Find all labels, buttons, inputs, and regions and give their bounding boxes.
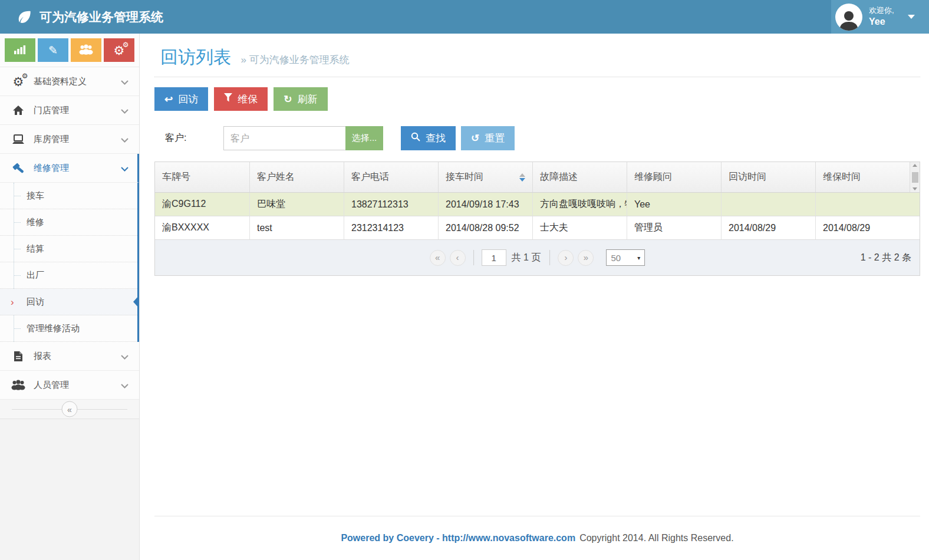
welcome-text: 欢迎你, [869,6,894,15]
reset-button[interactable]: ↺ 重置 [461,126,515,150]
followup-button[interactable]: ↩ 回访 [154,87,208,111]
sidebar-item-repair-mgmt[interactable]: 维修管理 [0,154,139,183]
toolbar: ↩ 回访 维保 ↻ 刷新 [154,87,920,111]
column-header-customer-name[interactable]: 客户姓名 [249,162,344,192]
users-icon [79,44,93,57]
submenu-item-label: 接车 [27,190,44,202]
customer-select-button[interactable]: 选择... [345,126,383,150]
chevron-down-icon [121,77,129,87]
column-header-receive-time[interactable]: 接车时间 [438,162,532,192]
sidebar-item-label: 基础资料定义 [34,76,121,87]
sidebar-item-warehouse[interactable]: 库房管理 [0,125,139,154]
last-page-button[interactable]: » [578,250,594,266]
sidebar-item-stores[interactable]: 门店管理 [0,96,139,125]
first-page-button[interactable]: « [430,250,446,266]
chevron-down-icon [908,15,915,19]
maintenance-button-label: 维保 [238,93,258,106]
range-info: 1 - 2 共 2 条 [861,252,920,264]
users-icon [11,380,26,390]
reset-icon: ↺ [471,133,479,143]
prev-page-button[interactable]: ‹ [450,250,466,266]
pager-separator [549,250,550,265]
column-header-fault-desc[interactable]: 故障描述 [532,162,627,192]
grid-header: 车牌号 客户姓名 客户电话 接车时间 故障描述 维修顾问 回访时间 维保时间 [155,162,920,193]
cell-receive-time: 2014/08/28 09:52 [438,216,532,239]
cell-visit-time: 2014/08/29 [721,216,815,239]
page-size-value: 50 [611,253,621,263]
chevron-down-icon [121,351,129,361]
sidebar-item-label: 库房管理 [34,134,121,145]
cell-customer-phone: 13827112313 [344,193,438,216]
users-tile-button[interactable] [71,38,101,62]
scrollbar-thumb[interactable] [912,172,918,183]
sidebar-item-label: 人员管理 [34,380,121,391]
search-button[interactable]: 查找 [401,126,456,150]
maintenance-button[interactable]: 维保 [214,87,268,111]
sidebar-item-base-data[interactable]: ⚙⚙ 基础资料定义 [0,67,139,96]
breadcrumb-separator: » [241,54,246,65]
reset-button-label: 重置 [485,131,505,145]
cell-customer-phone: 2312314123 [344,216,438,239]
active-marker-icon: › [11,297,14,307]
gavel-icon [11,162,26,174]
home-icon [11,105,26,116]
pencil-icon: ✎ [48,45,58,56]
submenu-item-receive[interactable]: 接车 [0,183,137,209]
scroll-down-icon[interactable] [912,187,917,190]
column-header-warranty-time[interactable]: 维保时间 [815,162,910,192]
leaf-logo-icon [17,9,32,25]
table-row[interactable]: 渝BXXXXX test 2312314123 2014/08/28 09:52… [155,216,920,240]
submenu-item-outgoing[interactable]: 出厂 [0,262,137,289]
submenu-item-repair[interactable]: 维修 [0,209,137,236]
table-row[interactable]: 渝C9G112 巴味堂 13827112313 2014/09/18 17:43… [155,193,920,216]
username: Yee [869,16,894,28]
powered-by-link[interactable]: Powered by Coevery - http://www.novasoft… [341,533,575,543]
column-header-plate[interactable]: 车牌号 [155,162,249,192]
file-icon [11,351,26,362]
edit-tile-button[interactable]: ✎ [38,38,68,62]
total-pages-label: 共 1 页 [512,252,541,264]
sidebar-item-label: 报表 [34,351,121,362]
chart-tile-button[interactable] [5,38,35,62]
sidebar-item-personnel[interactable]: 人员管理 [0,371,139,400]
repair-submenu: 接车 维修 结算 出厂 › 回访 管理维修活动 [0,183,139,342]
cell-receive-time: 2014/09/18 17:43 [438,193,532,216]
next-page-button[interactable]: › [558,250,574,266]
user-text: 欢迎你, Yee [869,6,894,27]
user-menu[interactable]: 欢迎你, Yee [831,0,929,34]
submenu-item-label: 出厂 [27,270,44,281]
avatar [835,4,862,31]
breadcrumb: » 可为汽修业务管理系统 [241,54,349,65]
customer-input[interactable] [223,126,345,150]
refresh-button[interactable]: ↻ 刷新 [274,87,327,111]
app-title: 可为汽修业务管理系统 [39,9,163,25]
reply-icon: ↩ [164,94,173,104]
sidebar-item-reports[interactable]: 报表 [0,342,139,371]
scroll-up-icon[interactable] [912,164,917,167]
submenu-item-label: 管理维修活动 [27,323,80,334]
followup-grid: 车牌号 客户姓名 客户电话 接车时间 故障描述 维修顾问 回访时间 维保时间 [154,162,920,276]
column-header-advisor[interactable]: 维修顾问 [627,162,721,192]
chevron-down-icon [121,134,129,144]
search-icon [411,132,420,144]
sidebar-collapse-button[interactable]: « [62,401,78,417]
gears-icon: ⚙⚙ [114,44,125,57]
submenu-item-settle[interactable]: 结算 [0,236,137,262]
search-button-label: 查找 [426,131,446,145]
vertical-scrollbar[interactable] [910,162,920,192]
gears-icon: ⚙⚙ [11,75,26,88]
column-header-visit-time[interactable]: 回访时间 [721,162,815,192]
pager-separator [473,250,474,265]
pagination-bar: « ‹ 共 1 页 › » 50 ▾ 1 - 2 共 2 条 [155,240,920,275]
column-header-customer-phone[interactable]: 客户电话 [344,162,438,192]
sort-icon[interactable] [519,173,525,182]
submenu-item-followup[interactable]: › 回访 [0,289,137,315]
chevron-down-icon [121,380,129,390]
followup-button-label: 回访 [178,93,198,106]
submenu-item-manage-activity[interactable]: 管理维修活动 [0,315,137,342]
page-size-select[interactable]: 50 ▾ [606,249,645,266]
footer: Powered by Coevery - http://www.novasoft… [154,516,920,560]
page-number-input[interactable] [482,249,506,266]
page-title: 回访列表 [160,47,231,67]
settings-tile-button[interactable]: ⚙⚙ [104,38,134,62]
